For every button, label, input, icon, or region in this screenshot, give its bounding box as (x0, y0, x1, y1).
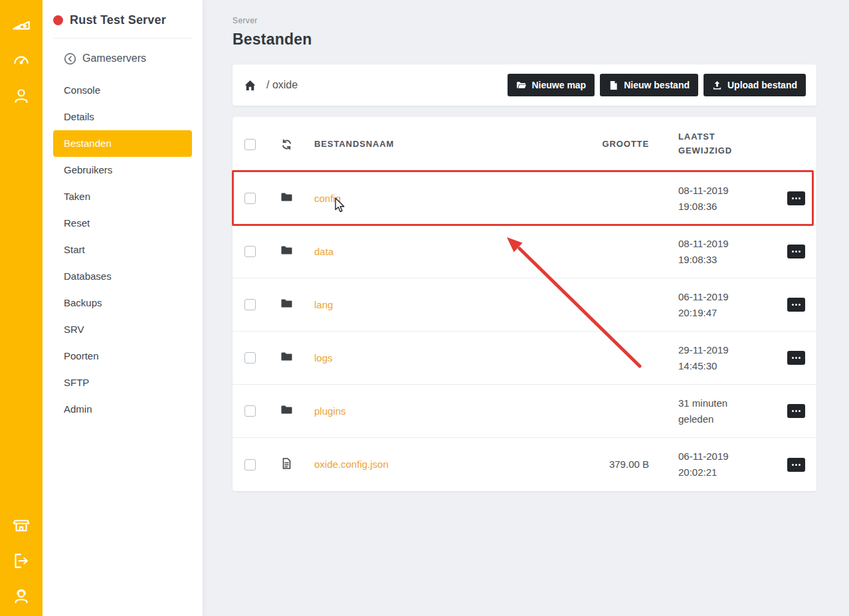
breadcrumb-bar: / oxide Nieuwe map Nieuw bestand Upload … (233, 64, 816, 106)
row-checkbox[interactable] (244, 459, 256, 470)
select-all-checkbox[interactable] (244, 139, 256, 150)
file-link[interactable]: plugins (314, 405, 346, 417)
sidebar-item-details[interactable]: Details (53, 104, 192, 130)
back-label: Gameservers (82, 52, 146, 64)
sidebar-item-sftp[interactable]: SFTP (53, 369, 192, 396)
file-link[interactable]: oxide.config.json (314, 459, 389, 470)
sidebar-item-taken[interactable]: Taken (53, 183, 192, 210)
row-checkbox[interactable] (244, 405, 256, 417)
row-actions-button[interactable] (787, 298, 805, 312)
file-icon (609, 80, 618, 90)
app-screen: Rust Test Server Gameservers Console Det… (0, 0, 849, 616)
row-checkbox[interactable] (244, 352, 256, 363)
folder-icon (280, 297, 293, 312)
dashboard-gauge-icon[interactable] (11, 50, 32, 71)
file-icon (280, 457, 293, 472)
file-modified: 29-11-2019 14:45:30 (678, 342, 753, 374)
row-checkbox[interactable] (244, 299, 256, 310)
file-modified: 31 minuten geleden (678, 395, 753, 427)
file-link[interactable]: logs (314, 352, 333, 363)
main-content: Server Bestanden / oxide Nieuwe map Nieu… (203, 0, 849, 616)
file-modified: 08-11-2019 19:08:33 (678, 236, 753, 268)
file-modified: 08-11-2019 19:08:36 (678, 183, 753, 215)
upload-file-button[interactable]: Upload bestand (704, 74, 806, 96)
column-header-name: Bestandsnaam (314, 139, 394, 149)
shop-icon[interactable] (11, 515, 32, 536)
sidebar-item-srv[interactable]: SRV (53, 316, 192, 343)
file-size: 379.00 B (609, 459, 649, 470)
circle-back-arrow-icon (64, 52, 76, 65)
file-table: Bestandsnaam Grootte Laatst gewijzigd co… (233, 117, 816, 491)
table-row-config: config 08-11-2019 19:08:36 (233, 172, 816, 225)
row-actions-button[interactable] (787, 351, 805, 365)
page-eyebrow: Server (233, 16, 816, 25)
sidebar-item-console[interactable]: Console (53, 77, 192, 104)
row-actions-button[interactable] (787, 458, 805, 472)
column-header-modified: Laatst gewijzigd (678, 130, 753, 158)
table-row-plugins: plugins 31 minuten geleden (233, 385, 816, 438)
table-row-oxide-config-json: oxide.config.json 379.00 B 06-11-2019 20… (233, 438, 816, 491)
column-header-size: Grootte (602, 139, 649, 149)
table-row-logs: logs 29-11-2019 14:45:30 (233, 332, 816, 385)
table-header-row: Bestandsnaam Grootte Laatst gewijzigd (233, 117, 816, 172)
sidebar-item-backups[interactable]: Backups (53, 290, 192, 316)
folder-icon (280, 244, 293, 259)
support-icon[interactable] (11, 585, 32, 607)
icon-rail (0, 0, 43, 616)
home-icon[interactable] (243, 78, 258, 92)
new-file-label: Nieuw bestand (624, 80, 690, 90)
server-name: Rust Test Server (70, 13, 166, 27)
refresh-icon[interactable] (280, 138, 293, 151)
row-checkbox[interactable] (244, 193, 256, 204)
sidebar-item-databases[interactable]: Databases (53, 263, 192, 290)
sidebar-item-reset[interactable]: Reset (53, 210, 192, 237)
breadcrumb-path[interactable]: / oxide (266, 79, 298, 91)
logo-icon[interactable] (11, 15, 32, 36)
new-folder-label: Nieuwe map (531, 80, 586, 90)
open-folder-icon (516, 80, 526, 90)
back-to-gameservers[interactable]: Gameservers (43, 51, 203, 66)
sidebar-item-admin[interactable]: Admin (53, 396, 192, 423)
server-menu: Console Details Bestanden Gebruikers Tak… (43, 77, 203, 423)
folder-icon (280, 191, 293, 206)
row-checkbox[interactable] (244, 246, 256, 257)
file-modified: 06-11-2019 20:19:47 (678, 289, 753, 321)
logout-icon[interactable] (11, 550, 32, 571)
server-status-dot (53, 15, 63, 25)
upload-icon (712, 80, 722, 90)
folder-icon (280, 350, 293, 365)
file-link[interactable]: lang (314, 299, 333, 310)
server-header: Rust Test Server (53, 0, 192, 39)
server-sidebar: Rust Test Server Gameservers Console Det… (43, 0, 203, 616)
user-icon[interactable] (11, 85, 32, 106)
row-actions-button[interactable] (787, 245, 805, 258)
new-file-button[interactable]: Nieuw bestand (600, 74, 698, 96)
sidebar-item-start[interactable]: Start (53, 237, 192, 263)
sidebar-item-gebruikers[interactable]: Gebruikers (53, 157, 192, 183)
sidebar-item-poorten[interactable]: Poorten (53, 343, 192, 369)
file-toolbar: Nieuwe map Nieuw bestand Upload bestand (508, 74, 806, 96)
row-actions-button[interactable] (787, 191, 805, 205)
page-title: Bestanden (233, 31, 816, 49)
table-row-data: data 08-11-2019 19:08:33 (233, 225, 816, 278)
file-link[interactable]: data (314, 246, 333, 257)
sidebar-item-bestanden[interactable]: Bestanden (53, 130, 192, 157)
folder-icon (280, 403, 293, 419)
upload-file-label: Upload bestand (727, 80, 797, 90)
new-folder-button[interactable]: Nieuwe map (508, 74, 595, 96)
row-actions-button[interactable] (787, 404, 805, 418)
file-modified: 06-11-2019 20:02:21 (678, 449, 753, 480)
file-link[interactable]: config (314, 193, 341, 204)
table-row-lang: lang 06-11-2019 20:19:47 (233, 278, 816, 332)
